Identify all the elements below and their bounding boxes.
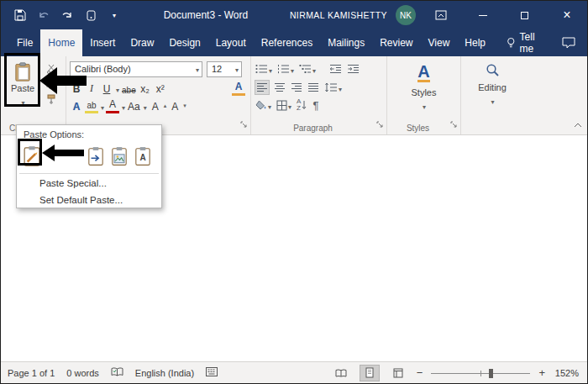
align-center-button[interactable]	[273, 80, 286, 95]
sort-arrow-icon	[301, 100, 307, 110]
change-case-button[interactable]: Aa	[127, 98, 141, 113]
tell-me-button[interactable]: Tell me	[507, 29, 550, 56]
comments-button[interactable]	[550, 29, 587, 56]
justify-button[interactable]	[307, 80, 320, 95]
change-case-caret-icon[interactable]	[143, 98, 147, 113]
qat-customize-button[interactable]	[107, 8, 122, 23]
save-button[interactable]	[13, 8, 28, 23]
increase-indent-button[interactable]	[346, 61, 360, 76]
bullets-button[interactable]	[255, 61, 273, 76]
zoom-level[interactable]: 152%	[554, 368, 579, 378]
zoom-in-button[interactable]: +	[538, 366, 545, 379]
editing-button[interactable]: Editing	[461, 56, 523, 115]
read-mode-button[interactable]	[331, 365, 351, 381]
word-count[interactable]: 0 words	[66, 368, 99, 378]
undo-button[interactable]	[36, 8, 51, 23]
font-name-combo[interactable]: Calibri (Body)	[70, 61, 202, 77]
macro-keyboard-icon	[206, 367, 218, 376]
tab-review[interactable]: Review	[372, 29, 420, 56]
highlight-color-button[interactable]: ab	[85, 98, 98, 113]
superscript-button[interactable]: x²	[154, 81, 167, 96]
styles-label: Styles	[412, 87, 437, 97]
font-size-combo[interactable]: 12	[207, 61, 242, 77]
proofing-button[interactable]	[111, 367, 123, 379]
multilevel-list-button[interactable]	[298, 61, 317, 76]
paste-option-keep-text-only[interactable]: A	[133, 145, 153, 168]
tab-insert[interactable]: Insert	[82, 29, 123, 56]
close-button[interactable]	[550, 3, 584, 28]
minimize-button[interactable]	[466, 3, 500, 28]
borders-button[interactable]	[276, 97, 292, 113]
lightbulb-icon	[507, 37, 516, 49]
undo-icon	[38, 10, 50, 20]
text-effects-button[interactable]: A	[70, 98, 83, 113]
language-indicator[interactable]: English (India)	[135, 368, 194, 378]
bold-button[interactable]: B	[70, 81, 83, 96]
paste-option-picture[interactable]	[109, 145, 129, 168]
page-indicator[interactable]: Page 1 of 1	[8, 368, 55, 378]
copy-button[interactable]	[46, 78, 60, 89]
line-spacing-button[interactable]	[323, 80, 343, 95]
underline-caret-icon[interactable]	[115, 81, 119, 96]
print-layout-button[interactable]	[360, 365, 380, 381]
tab-layout[interactable]: Layout	[208, 29, 254, 56]
macro-button[interactable]	[206, 367, 218, 378]
tab-draw[interactable]: Draw	[123, 29, 161, 56]
align-right-button[interactable]	[290, 80, 303, 95]
tab-references[interactable]: References	[254, 29, 320, 56]
zoom-slider[interactable]	[431, 367, 530, 379]
account-name[interactable]: NIRMAL KAMISHETTY	[290, 10, 387, 20]
zoom-slider-handle[interactable]	[489, 369, 493, 378]
tab-file[interactable]: File	[9, 29, 40, 56]
zoom-out-button[interactable]: −	[417, 366, 423, 379]
paste-option-merge-formatting[interactable]	[86, 145, 106, 168]
show-paragraph-marks-button[interactable]: ¶	[312, 97, 319, 113]
strikethrough-button[interactable]: abe	[121, 81, 137, 96]
collapse-ribbon-button[interactable]	[574, 116, 582, 131]
set-default-paste-item[interactable]: Set Default Paste...	[17, 192, 161, 208]
tab-home[interactable]: Home	[40, 29, 82, 56]
tab-view[interactable]: View	[421, 29, 458, 56]
cut-icon	[46, 64, 56, 74]
paragraph-group-label: Paragraph	[251, 124, 375, 133]
redo-button[interactable]	[60, 8, 75, 23]
decrease-indent-button[interactable]	[328, 61, 343, 76]
italic-button[interactable]: I	[85, 81, 98, 96]
tab-mailings[interactable]: Mailings	[320, 29, 372, 56]
tab-design[interactable]: Design	[161, 29, 207, 56]
multilevel-caret-icon	[312, 61, 316, 76]
font-group: Calibri (Body) 12 B I U abe x₂ x² A A	[66, 56, 251, 134]
avatar[interactable]: NK	[396, 5, 416, 25]
line-spacing-icon	[324, 82, 338, 92]
font-color-button[interactable]: A	[106, 98, 119, 113]
align-left-button[interactable]	[255, 80, 270, 95]
magnifier-icon	[486, 63, 500, 77]
paste-options-icons: A	[17, 143, 161, 170]
paste-caret-icon[interactable]	[20, 93, 24, 108]
paste-special-item[interactable]: Paste Special...	[17, 175, 161, 192]
cut-button[interactable]	[46, 63, 60, 74]
underline-button[interactable]: U	[100, 81, 113, 96]
highlight-caret-icon[interactable]	[100, 98, 104, 113]
subscript-button[interactable]: x₂	[139, 81, 152, 96]
font-color-caret-icon[interactable]	[121, 98, 125, 113]
numbering-button[interactable]	[276, 61, 295, 76]
sort-button[interactable]: AZ	[296, 97, 308, 113]
touch-mouse-mode-button[interactable]	[83, 8, 98, 23]
paste-button[interactable]: Paste	[6, 60, 39, 108]
styles-dialog-launcher[interactable]	[450, 117, 458, 132]
paste-option-keep-source-formatting[interactable]	[22, 145, 42, 168]
styles-button[interactable]: A Styles	[387, 56, 460, 115]
shrink-font-button[interactable]: A	[168, 98, 181, 113]
grow-font-button[interactable]: A	[149, 98, 162, 113]
tab-help[interactable]: Help	[457, 29, 493, 56]
shading-button[interactable]	[255, 97, 272, 113]
paragraph-dialog-launcher[interactable]	[376, 117, 384, 132]
format-painter-button[interactable]	[46, 93, 60, 104]
ribbon-display-options-button[interactable]	[424, 3, 458, 28]
font-dialog-launcher[interactable]	[240, 117, 248, 132]
web-layout-button[interactable]	[388, 365, 408, 381]
clear-formatting-button[interactable]: A	[232, 81, 245, 96]
shading-icon	[255, 100, 267, 110]
maximize-button[interactable]	[508, 3, 542, 28]
